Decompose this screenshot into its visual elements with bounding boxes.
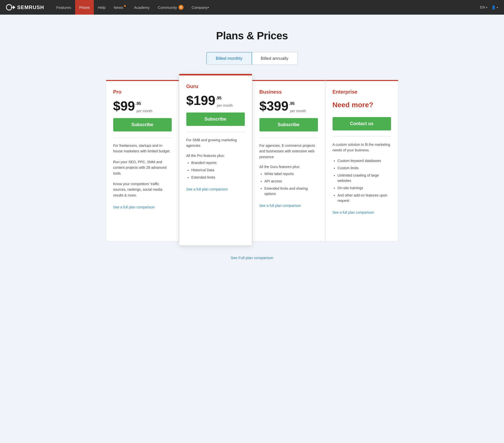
desc1-enterprise: A custom solution to fit the marketing n…: [333, 142, 391, 153]
billing-monthly-button[interactable]: Billed monthly: [206, 52, 252, 65]
plan-card-pro: Pro $99 .95 per month Subscribe For free…: [106, 80, 179, 241]
subscribe-button-pro[interactable]: Subscribe: [113, 118, 172, 131]
list-item: White label reports: [264, 171, 318, 177]
logo[interactable]: SEMRUSH: [6, 4, 44, 11]
features-list-business: White label reports API access Extended …: [259, 171, 318, 197]
price-main-business: $399: [259, 99, 289, 113]
features-label-business: All the Guru features plus:: [259, 165, 318, 169]
company-chevron-icon: ▾: [208, 6, 209, 9]
navbar: SEMRUSH Features Prices Help News Academ…: [0, 0, 504, 15]
desc3-pro: Know your competitors' traffic sources, …: [113, 181, 172, 198]
language-selector[interactable]: EN ▾: [480, 5, 487, 9]
desc1-business: For agencies, E-commerce projects and bu…: [259, 143, 318, 160]
logo-text: SEMRUSH: [17, 5, 44, 10]
plan-card-guru: Guru $199 .95 per month Subscribe For SM…: [179, 74, 252, 245]
plan-card-business: Business $399 .95 per month Subscribe Fo…: [252, 80, 325, 241]
need-more-text: Need more?: [333, 101, 391, 109]
price-period-guru: per month: [217, 103, 233, 107]
price-cents-guru: .95: [216, 96, 233, 100]
list-item: Custom limits: [338, 165, 391, 171]
full-comparison-link-guru[interactable]: See a full plan comparison: [186, 187, 228, 191]
page-title: Plans & Prices: [5, 30, 499, 42]
news-dot: [124, 5, 126, 7]
list-item: Unlimited crawling of large websites: [338, 173, 391, 183]
contact-button-enterprise[interactable]: Contact us: [333, 117, 391, 130]
main-content: Plans & Prices Billed monthly Billed ann…: [0, 15, 504, 280]
list-item: And other add-on features upon request: [338, 193, 391, 203]
features-list-guru: Branded reports Historical Data Extended…: [186, 160, 245, 180]
divider-guru: [186, 132, 245, 132]
nav-item-company[interactable]: Company ▾: [188, 0, 213, 15]
price-main-guru: $199: [186, 94, 216, 107]
logo-icon: [6, 4, 15, 11]
full-comparison-link-pro[interactable]: See a full plan comparison: [113, 205, 155, 209]
billing-toggle: Billed monthly Billed annually: [5, 52, 499, 65]
plan-name-enterprise: Enterprise: [333, 89, 391, 95]
features-label-guru: All the Pro features plus:: [186, 154, 245, 158]
divider-pro: [113, 137, 172, 138]
desc1-pro: For freelancers, startups and in-house m…: [113, 143, 172, 154]
price-row-business: $399 .95 per month: [259, 99, 318, 113]
subscribe-button-guru[interactable]: Subscribe: [186, 113, 245, 126]
user-chevron-icon: ▾: [497, 6, 498, 9]
price-cents-business: .95: [289, 101, 306, 106]
see-full-comparison-link[interactable]: See Full plan comparison: [231, 256, 273, 260]
desc1-guru: For SMB and growing marketing agencies: [186, 137, 245, 149]
list-item: Historical Data: [191, 168, 245, 173]
community-badge: 8: [179, 5, 184, 10]
billing-toggle-inner: Billed monthly Billed annually: [206, 52, 298, 65]
nav-item-help[interactable]: Help: [94, 0, 110, 15]
user-icon: 👤: [491, 5, 496, 9]
list-item: Extended limits: [191, 175, 245, 180]
plan-name-pro: Pro: [113, 89, 172, 95]
price-row-guru: $199 .95 per month: [186, 94, 245, 107]
nav-items: Features Prices Help News Academy Commun…: [52, 0, 480, 15]
full-comparison-link-business[interactable]: See a full plan comparison: [259, 204, 301, 208]
svg-point-0: [6, 5, 12, 10]
nav-item-features[interactable]: Features: [52, 0, 75, 15]
price-period-pro: per month: [136, 109, 152, 113]
plan-card-enterprise: Enterprise Need more? Contact us A custo…: [325, 80, 398, 241]
nav-item-prices[interactable]: Prices: [75, 0, 94, 15]
billing-annually-button[interactable]: Billed annually: [252, 52, 298, 65]
list-item: Custom keyword databases: [338, 158, 391, 163]
price-main-pro: $99: [113, 99, 135, 113]
subscribe-button-business[interactable]: Subscribe: [259, 118, 318, 131]
plan-name-guru: Guru: [186, 84, 245, 89]
nav-right: EN ▾ 👤 ▾: [480, 5, 498, 9]
divider-enterprise: [333, 136, 391, 137]
nav-item-academy[interactable]: Academy: [130, 0, 154, 15]
user-menu[interactable]: 👤 ▾: [491, 5, 498, 9]
list-item: On-site trainings: [338, 185, 391, 191]
desc2-pro: Run your SEO, PPC, SMM and content proje…: [113, 159, 172, 176]
list-item: API access: [264, 179, 318, 184]
price-row-pro: $99 .95 per month: [113, 99, 172, 113]
plan-name-business: Business: [259, 89, 318, 95]
list-item: Extended limits and sharing options: [264, 186, 318, 197]
divider-business: [259, 137, 318, 138]
pricing-cards: Pro $99 .95 per month Subscribe For free…: [106, 80, 398, 245]
list-item: Branded reports: [191, 160, 245, 165]
features-list-enterprise: Custom keyword databases Custom limits U…: [333, 158, 391, 203]
nav-item-community[interactable]: Community 8: [154, 0, 188, 15]
full-comparison-link-enterprise[interactable]: See a full plan comparison: [333, 210, 374, 214]
price-period-business: per month: [290, 109, 306, 113]
lang-chevron-icon: ▾: [486, 6, 487, 9]
price-cents-pro: .95: [135, 101, 152, 106]
nav-item-news[interactable]: News: [110, 0, 130, 15]
